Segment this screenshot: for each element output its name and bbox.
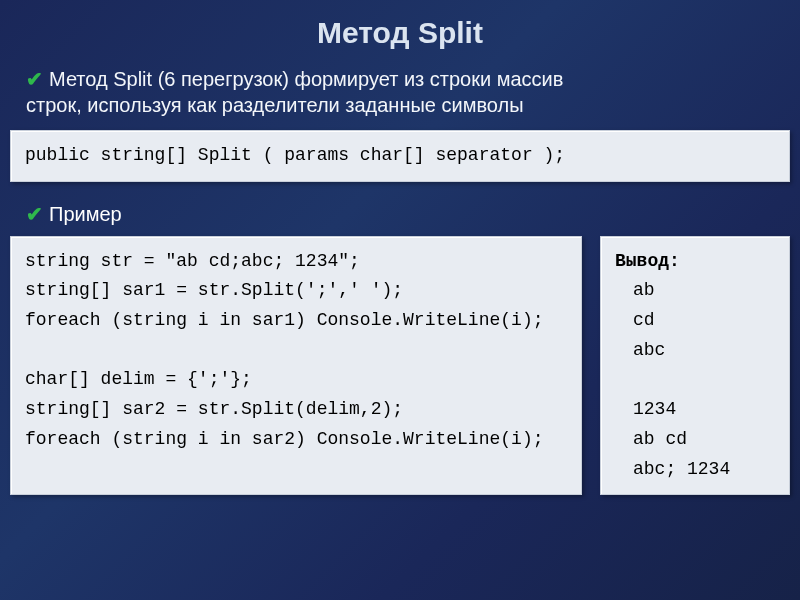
code-line: foreach (string i in sar1) Console.Write… <box>25 310 543 330</box>
output-line: abc <box>615 336 665 366</box>
method-signature: public string[] Split ( params char[] se… <box>10 130 790 182</box>
output-title: Вывод: <box>615 251 680 271</box>
output-line: ab <box>615 276 655 306</box>
slide-title: Метод Split <box>0 0 800 60</box>
output-line: abc; 1234 <box>615 455 730 485</box>
output-line: ab cd <box>615 425 687 455</box>
code-line: char[] delim = {';'}; <box>25 369 252 389</box>
desc-line1: Метод Split (6 перегрузок) формирует из … <box>49 68 563 90</box>
code-line: string str = "ab cd;abc; 1234"; <box>25 251 360 271</box>
code-line: string[] sar1 = str.Split(';',' '); <box>25 280 403 300</box>
output-block: Вывод: ab cd abc 1234 ab cd abc; 1234 <box>600 236 790 496</box>
code-line: foreach (string i in sar2) Console.Write… <box>25 429 543 449</box>
example-label: ✔Пример <box>0 198 800 236</box>
desc-line2: строк, используя как разделители заданны… <box>26 94 524 116</box>
output-line: 1234 <box>615 395 676 425</box>
code-block: string str = "ab cd;abc; 1234"; string[]… <box>10 236 582 496</box>
check-icon: ✔ <box>26 202 43 226</box>
example-row: string str = "ab cd;abc; 1234"; string[]… <box>0 236 800 496</box>
output-line: cd <box>615 306 655 336</box>
code-line: string[] sar2 = str.Split(delim,2); <box>25 399 403 419</box>
check-icon: ✔ <box>26 66 43 92</box>
example-text: Пример <box>49 203 122 225</box>
description: ✔Метод Split (6 перегрузок) формирует из… <box>0 60 800 130</box>
